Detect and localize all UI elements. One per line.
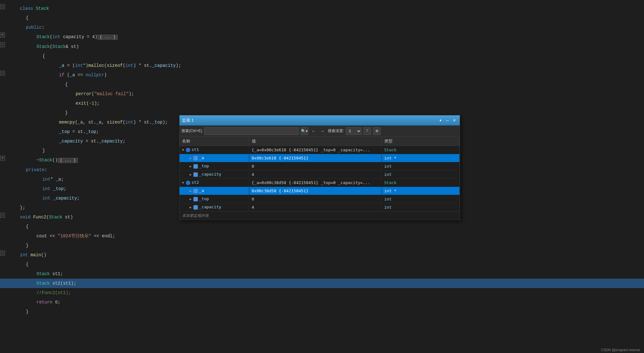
nav-forward-button[interactable]: → bbox=[319, 128, 326, 134]
code-content: } bbox=[23, 241, 644, 250]
expand-arrow[interactable]: ▶ bbox=[190, 173, 193, 176]
line-expander[interactable]: + bbox=[0, 156, 5, 161]
line-expander[interactable]: - bbox=[0, 4, 5, 9]
code-token-plain bbox=[26, 234, 37, 239]
code-token-plain: ( bbox=[86, 101, 89, 106]
add-watch-row[interactable]: 添加要监视的项 bbox=[180, 211, 460, 220]
code-token-plain bbox=[26, 290, 37, 295]
code-token-plain: = st. bbox=[83, 139, 99, 144]
code-token-str: "malloc fail" bbox=[94, 91, 129, 96]
code-content: cout << "1024节日快乐" << endl; bbox=[23, 232, 644, 240]
code-token-var: _a bbox=[96, 120, 102, 125]
code-token-plain bbox=[26, 281, 37, 286]
code-token-plain: () bbox=[41, 252, 46, 258]
code-token-plain: cout << bbox=[37, 234, 58, 239]
code-token-plain bbox=[26, 158, 37, 163]
code-token-plain: ) * st. bbox=[133, 120, 152, 125]
watch-row[interactable]: ▶ _a0x00c3e618 {-842150451}int * bbox=[180, 154, 460, 162]
line-expander[interactable]: + bbox=[0, 32, 5, 38]
line-expander[interactable]: - bbox=[0, 71, 5, 76]
code-line: } bbox=[0, 241, 644, 250]
search-input[interactable] bbox=[204, 127, 299, 135]
code-content: if (_a == nullptr) bbox=[35, 71, 644, 79]
code-token-plain: = ( bbox=[64, 63, 75, 68]
expand-arrow[interactable]: ▼ bbox=[182, 181, 186, 184]
code-token-fn: malloc bbox=[88, 63, 104, 68]
watch-row[interactable]: ▼ st2{_a=0x00c38d58 {-842150451} _top=0 … bbox=[180, 178, 460, 187]
nav-back-button[interactable]: ← bbox=[310, 128, 317, 134]
code-token-plain bbox=[50, 186, 53, 191]
depth-select[interactable]: 3 1 2 4 5 bbox=[346, 127, 362, 135]
code-token-plain: ; bbox=[61, 177, 63, 182]
title-controls: ▾ ─ ✕ bbox=[438, 118, 457, 123]
field-icon bbox=[193, 205, 198, 210]
watch-cell-type: Stack bbox=[381, 178, 460, 187]
code-token-kw: int bbox=[20, 252, 28, 258]
code-line: + Stack(int capacity = 4){ ... } bbox=[0, 32, 644, 42]
col-name-header: 名称 bbox=[180, 137, 249, 146]
search-icon-button[interactable]: 🔍▾ bbox=[301, 127, 308, 135]
code-line: { bbox=[0, 260, 644, 269]
code-token-kw: public bbox=[26, 25, 42, 30]
code-token-kw: int bbox=[75, 63, 83, 68]
code-token-var: _a bbox=[70, 72, 75, 78]
col-type-header: 类型 bbox=[381, 137, 460, 146]
line-expander[interactable]: - bbox=[0, 213, 5, 218]
code-line: _a = (int*)malloc(sizeof(int) * st._capa… bbox=[0, 61, 644, 70]
watch-row[interactable]: ▶ _top0int bbox=[180, 162, 460, 170]
code-line: Stack st2(st1); bbox=[0, 279, 644, 288]
code-token-kw: class bbox=[20, 6, 33, 11]
watch-title: 监视 1 bbox=[182, 118, 194, 123]
expand-arrow[interactable]: ▶ bbox=[190, 205, 193, 209]
line-expander[interactable]: - bbox=[0, 42, 5, 47]
code-token-plain: { bbox=[26, 224, 28, 229]
code-token-type: Stack bbox=[37, 271, 50, 276]
watch-table: 名称 值 类型 ▼ st1{_a=0x00c3e618 {-842150451}… bbox=[180, 137, 460, 211]
code-line: perror("malloc fail"); bbox=[0, 89, 644, 99]
variable-name: st1 bbox=[192, 147, 199, 152]
code-token-fn: sizeof bbox=[107, 63, 123, 68]
watch-cell-type: int * bbox=[381, 154, 460, 162]
code-token-plain: & st) bbox=[66, 44, 79, 49]
expand-arrow[interactable]: ▶ bbox=[190, 165, 193, 168]
layout-icon-button[interactable]: ⊞ bbox=[373, 127, 381, 135]
code-line: { bbox=[0, 13, 644, 23]
watch-cell-type: int bbox=[381, 170, 460, 178]
field-icon bbox=[193, 172, 198, 177]
code-token-plain: } bbox=[32, 148, 45, 153]
watch-pin-button[interactable]: ▾ bbox=[438, 118, 443, 123]
watch-close-button[interactable]: ✕ bbox=[452, 118, 457, 123]
watch-row[interactable]: ▶ _top0int bbox=[180, 195, 460, 203]
code-token-plain: ; bbox=[58, 300, 60, 305]
filter-icon-button[interactable]: ⊤ bbox=[363, 127, 371, 135]
watch-row[interactable]: ▶ _capacity4int bbox=[180, 203, 460, 211]
watch-cell-type: Stack bbox=[381, 146, 460, 154]
code-token-plain: ( bbox=[104, 63, 107, 68]
watch-row[interactable]: ▶ _capacity4int bbox=[180, 170, 460, 178]
collapsed-block[interactable]: { ... } bbox=[97, 35, 118, 40]
watch-window: 监视 1 ▾ ─ ✕ 搜索(Ctrl+E) 🔍▾ ← → 搜索深度: 3 1 2… bbox=[179, 115, 460, 220]
code-line: -int main() bbox=[0, 250, 644, 260]
line-expander[interactable]: - bbox=[0, 251, 5, 256]
code-token-plain: = st. bbox=[70, 129, 86, 134]
code-content: class Stack bbox=[17, 4, 644, 13]
code-token-plain: , st. bbox=[83, 120, 96, 125]
expand-arrow[interactable]: ▼ bbox=[182, 148, 186, 152]
watch-row[interactable]: ▶ _a0x00c38d58 {-842150451}int * bbox=[180, 187, 460, 195]
expand-arrow[interactable]: ▶ bbox=[190, 189, 193, 193]
expand-arrow[interactable]: ▶ bbox=[190, 197, 193, 201]
code-token-plain bbox=[38, 120, 59, 125]
code-token-type: Stack bbox=[52, 44, 66, 49]
code-content: } bbox=[23, 307, 644, 316]
collapsed-block[interactable]: { ... } bbox=[58, 158, 78, 163]
code-token-plain: ( bbox=[64, 72, 70, 78]
watch-row[interactable]: ▼ st1{_a=0x00c3e618 {-842150451} _top=0 … bbox=[180, 146, 460, 154]
code-line: { bbox=[0, 222, 644, 231]
expand-arrow[interactable]: ▶ bbox=[190, 156, 193, 160]
code-token-plain: , bbox=[102, 120, 107, 125]
watch-cell-name: ▶ _capacity bbox=[180, 203, 249, 211]
variable-name: _capacity bbox=[199, 205, 221, 209]
object-icon bbox=[186, 148, 190, 152]
watch-minimize-button[interactable]: ─ bbox=[445, 118, 450, 123]
code-token-type: Stack bbox=[39, 158, 52, 163]
